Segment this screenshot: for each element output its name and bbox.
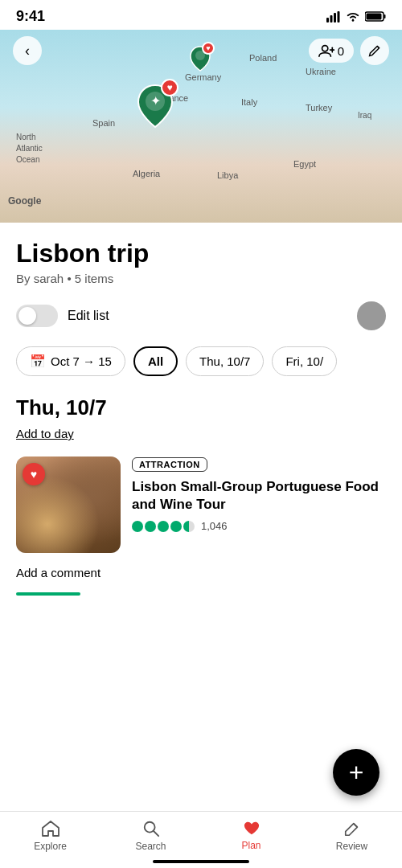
status-icons	[326, 11, 386, 23]
star-1	[132, 521, 143, 532]
map-label-turkey: Turkey	[306, 103, 332, 113]
date-range-chip[interactable]: 📅 Oct 7 → 15	[16, 346, 125, 376]
svg-line-16	[153, 831, 158, 836]
plan-heart-icon	[243, 821, 260, 837]
add-to-day-link[interactable]: Add to day	[16, 427, 74, 440]
card-tag: ATTRACTION	[132, 457, 207, 472]
svg-line-17	[353, 824, 357, 828]
nav-item-search[interactable]: Search	[123, 820, 179, 852]
card-image-wrap: ♥	[16, 457, 121, 553]
status-bar: 9:41	[0, 0, 402, 30]
map: ‹ 0 NorthAtlanticOcean Germany	[0, 30, 402, 223]
date-chips: 📅 Oct 7 → 15 All Thu, 10/7 Fri, 10/	[16, 346, 386, 376]
content-area: Lisbon trip By sarah • 5 items Edit list…	[0, 223, 402, 596]
star-5-half	[183, 521, 195, 532]
add-comment[interactable]: Add a comment	[16, 566, 386, 579]
chip-fri[interactable]: Fri, 10/	[272, 346, 337, 376]
svg-rect-0	[326, 18, 329, 23]
battery-icon	[365, 11, 386, 22]
svg-line-11	[377, 46, 379, 47]
home-indicator	[153, 860, 249, 863]
nav-label-plan: Plan	[241, 840, 260, 851]
back-button[interactable]: ‹	[13, 36, 42, 65]
signal-icon	[326, 11, 341, 23]
search-icon	[142, 820, 160, 837]
toggle-knob	[18, 307, 36, 325]
map-nav-bar: ‹ 0	[0, 30, 402, 72]
card-info: ATTRACTION Lisbon Small-Group Portuguese…	[132, 457, 386, 553]
map-label-egypt: Egypt	[293, 159, 316, 169]
card-title[interactable]: Lisbon Small-Group Portuguese Food and W…	[132, 478, 386, 514]
nav-label-review: Review	[336, 841, 367, 852]
review-icon	[343, 820, 361, 837]
map-label-spain: Spain	[92, 118, 115, 128]
map-label-algeria: Algeria	[133, 169, 160, 178]
svg-rect-1	[330, 15, 333, 23]
star-2	[145, 521, 156, 532]
nav-item-review[interactable]: Review	[324, 820, 380, 852]
map-label-north-atlantic: NorthAtlanticOcean	[16, 132, 43, 166]
svg-point-4	[352, 19, 355, 22]
svg-rect-2	[334, 13, 336, 23]
edit-list-label: Edit list	[68, 309, 109, 323]
chip-all[interactable]: All	[133, 346, 178, 376]
attraction-card: ♥ ATTRACTION Lisbon Small-Group Portugue…	[16, 457, 386, 553]
card-heart-button[interactable]: ♥	[23, 463, 45, 485]
review-count: 1,046	[201, 520, 228, 532]
map-label-iraq: Iraq	[358, 111, 371, 120]
pencil-icon	[368, 44, 381, 57]
person-count: 0	[338, 44, 344, 58]
edit-list-row: Edit list	[16, 301, 386, 330]
add-person-count[interactable]: 0	[309, 39, 354, 63]
nav-label-search: Search	[135, 841, 166, 852]
map-label-italy: Italy	[241, 97, 257, 107]
map-label-google: Google	[8, 195, 41, 207]
wifi-icon	[346, 11, 360, 23]
star-4	[170, 521, 182, 532]
svg-text:✦: ✦	[150, 94, 161, 108]
date-range-label: Oct 7 → 15	[51, 354, 112, 368]
svg-rect-6	[384, 14, 386, 18]
nav-label-explore: Explore	[34, 841, 67, 852]
svg-rect-3	[338, 11, 340, 23]
calendar-icon: 📅	[30, 354, 46, 369]
edit-button[interactable]	[360, 36, 389, 65]
trip-title: Lisbon trip	[16, 239, 386, 268]
nav-item-explore[interactable]: Explore	[23, 820, 79, 852]
trip-meta: By sarah • 5 items	[16, 272, 386, 285]
map-label-libya: Libya	[217, 170, 238, 180]
fab-add-button[interactable]: +	[333, 749, 379, 796]
star-dots	[132, 521, 195, 532]
map-pin-lisbon: ✦ ♥	[137, 84, 174, 132]
nav-item-plan[interactable]: Plan	[224, 821, 280, 851]
svg-point-8	[322, 46, 327, 51]
svg-rect-7	[367, 14, 382, 20]
chip-thu[interactable]: Thu, 10/7	[186, 346, 264, 376]
avatar	[357, 301, 386, 330]
progress-line	[16, 592, 80, 596]
star-3	[158, 521, 169, 532]
explore-icon	[41, 820, 60, 837]
stars-row: 1,046	[132, 520, 386, 532]
edit-toggle[interactable]	[16, 305, 58, 327]
section-date: Thu, 10/7	[16, 395, 386, 420]
add-person-icon	[318, 43, 334, 58]
status-time: 9:41	[16, 8, 45, 25]
